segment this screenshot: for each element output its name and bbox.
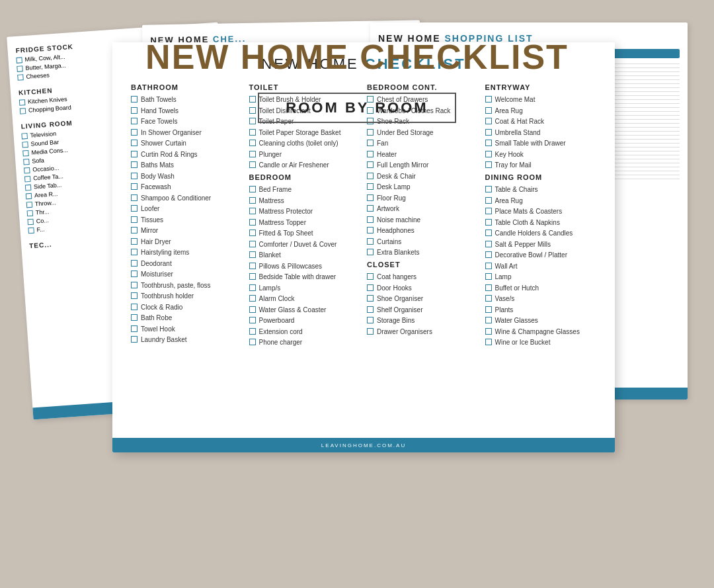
website-text: LEAVINGHOME.COM.AU	[321, 442, 406, 448]
bedroom-cont-column: Bedroom Cont. Chest of Drawers Wardrobe …	[367, 83, 479, 349]
bedroom-subsection: Bedroom Bed Frame Mattress Mattress Prot…	[249, 173, 361, 347]
entryway-column: Entryway Welcome Mat Area Rug Coat & Hat…	[485, 83, 597, 349]
page-title: NEW HOME CHECKLIST	[0, 37, 714, 77]
website-bar: LEAVINGHOME.COM.AU	[112, 438, 615, 452]
subtitle-box: ROOM BY ROOM	[258, 93, 456, 123]
closet-header: Closet	[367, 261, 479, 269]
dining-subsection: Dining Room Table & Chairs Area Rug Plac…	[485, 173, 597, 347]
checklist-grid: Bathroom Bath Towels Hand Towels Face To…	[131, 83, 596, 349]
dining-header: Dining Room	[485, 173, 597, 181]
subtitle-text: ROOM BY ROOM	[286, 99, 428, 116]
toilet-bedroom-column: Toilet Toilet Brush & Holder Toilet Disi…	[249, 83, 361, 349]
bedroom-header: Bedroom	[249, 173, 361, 181]
closet-subsection: Closet Coat hangers Door Hooks Shoe Orga…	[367, 261, 479, 336]
bathroom-column: Bathroom Bath Towels Hand Towels Face To…	[131, 83, 243, 349]
